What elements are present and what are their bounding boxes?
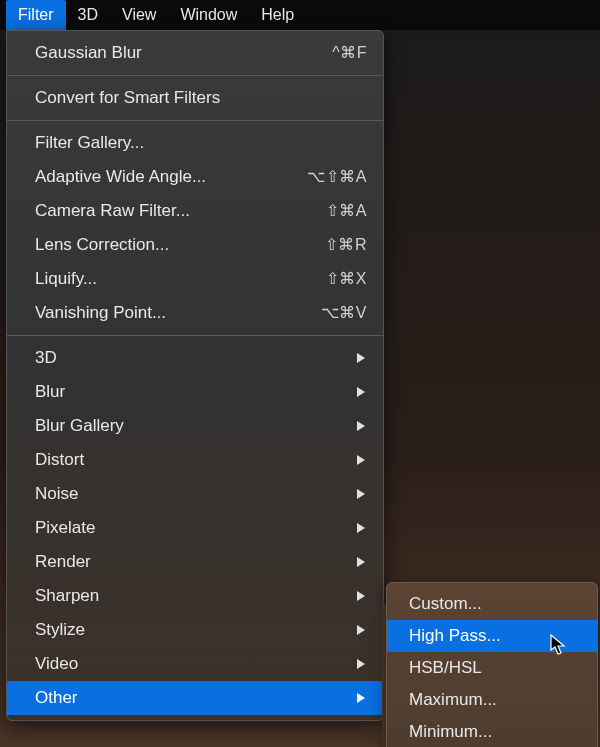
menu-item-label: Liquify...: [35, 267, 326, 291]
menu-item-blur-gallery[interactable]: Blur Gallery: [7, 409, 383, 443]
menu-separator: [7, 120, 383, 121]
submenu-arrow-icon: [357, 523, 365, 533]
menu-item-other[interactable]: Other: [7, 681, 383, 715]
filter-other-submenu: Custom... High Pass... HSB/HSL Maximum..…: [386, 582, 598, 747]
menu-item-shortcut: ^⌘F: [332, 41, 367, 65]
menu-item-label: Filter Gallery...: [35, 131, 367, 155]
menu-item-noise[interactable]: Noise: [7, 477, 383, 511]
menu-item-label: Minimum...: [409, 720, 581, 744]
menu-item-label: Custom...: [409, 592, 581, 616]
submenu-item-maximum[interactable]: Maximum...: [387, 684, 597, 716]
menu-item-blur[interactable]: Blur: [7, 375, 383, 409]
menu-item-liquify[interactable]: Liquify... ⇧⌘X: [7, 262, 383, 296]
menu-item-label: Other: [35, 686, 357, 710]
menu-item-video[interactable]: Video: [7, 647, 383, 681]
menu-item-stylize[interactable]: Stylize: [7, 613, 383, 647]
submenu-item-custom[interactable]: Custom...: [387, 588, 597, 620]
menu-item-label: Gaussian Blur: [35, 41, 332, 65]
menu-item-distort[interactable]: Distort: [7, 443, 383, 477]
menu-item-filter-gallery[interactable]: Filter Gallery...: [7, 126, 383, 160]
menu-item-label: Blur Gallery: [35, 414, 357, 438]
menu-item-lens-correction[interactable]: Lens Correction... ⇧⌘R: [7, 228, 383, 262]
menu-item-label: Lens Correction...: [35, 233, 325, 257]
submenu-arrow-icon: [357, 421, 365, 431]
menu-item-shortcut: ⌥⌘V: [321, 301, 367, 325]
menu-item-shortcut: ⇧⌘A: [326, 199, 367, 223]
submenu-arrow-icon: [357, 693, 365, 703]
menubar-item-help[interactable]: Help: [249, 0, 306, 30]
menu-separator: [7, 335, 383, 336]
menu-item-pixelate[interactable]: Pixelate: [7, 511, 383, 545]
menu-item-label: Maximum...: [409, 688, 581, 712]
menu-item-label: Stylize: [35, 618, 357, 642]
submenu-arrow-icon: [357, 557, 365, 567]
menu-item-label: Camera Raw Filter...: [35, 199, 326, 223]
menu-item-shortcut: ⇧⌘R: [325, 233, 367, 257]
menu-item-label: 3D: [35, 346, 357, 370]
menu-item-label: Sharpen: [35, 584, 357, 608]
menu-item-label: Vanishing Point...: [35, 301, 321, 325]
menu-item-sharpen[interactable]: Sharpen: [7, 579, 383, 613]
menubar-item-view[interactable]: View: [110, 0, 168, 30]
menu-separator: [7, 75, 383, 76]
menu-item-adaptive-wide-angle[interactable]: Adaptive Wide Angle... ⌥⇧⌘A: [7, 160, 383, 194]
menu-item-shortcut: ⌥⇧⌘A: [307, 165, 367, 189]
submenu-arrow-icon: [357, 387, 365, 397]
submenu-arrow-icon: [357, 353, 365, 363]
menu-item-shortcut: ⇧⌘X: [326, 267, 367, 291]
submenu-arrow-icon: [357, 489, 365, 499]
submenu-arrow-icon: [357, 659, 365, 669]
menu-item-gaussian-blur[interactable]: Gaussian Blur ^⌘F: [7, 36, 383, 70]
menu-item-label: HSB/HSL: [409, 656, 581, 680]
menu-item-label: Blur: [35, 380, 357, 404]
menu-item-label: Video: [35, 652, 357, 676]
menu-item-label: Distort: [35, 448, 357, 472]
menubar: Filter 3D View Window Help: [0, 0, 600, 30]
menu-item-render[interactable]: Render: [7, 545, 383, 579]
submenu-arrow-icon: [357, 591, 365, 601]
menu-item-label: Pixelate: [35, 516, 357, 540]
submenu-item-hsb-hsl[interactable]: HSB/HSL: [387, 652, 597, 684]
menu-item-label: High Pass...: [409, 624, 581, 648]
menu-item-vanishing-point[interactable]: Vanishing Point... ⌥⌘V: [7, 296, 383, 330]
menubar-item-window[interactable]: Window: [168, 0, 249, 30]
submenu-item-high-pass[interactable]: High Pass...: [387, 620, 597, 652]
menubar-item-3d[interactable]: 3D: [66, 0, 110, 30]
menu-item-label: Adaptive Wide Angle...: [35, 165, 307, 189]
menu-item-3d[interactable]: 3D: [7, 341, 383, 375]
menu-item-label: Render: [35, 550, 357, 574]
filter-dropdown: Gaussian Blur ^⌘F Convert for Smart Filt…: [6, 30, 384, 721]
menu-item-camera-raw[interactable]: Camera Raw Filter... ⇧⌘A: [7, 194, 383, 228]
menu-item-label: Noise: [35, 482, 357, 506]
submenu-item-minimum[interactable]: Minimum...: [387, 716, 597, 747]
menubar-item-filter[interactable]: Filter: [6, 0, 66, 30]
submenu-arrow-icon: [357, 455, 365, 465]
menu-item-convert-smart-filters[interactable]: Convert for Smart Filters: [7, 81, 383, 115]
menu-item-label: Convert for Smart Filters: [35, 86, 367, 110]
submenu-arrow-icon: [357, 625, 365, 635]
